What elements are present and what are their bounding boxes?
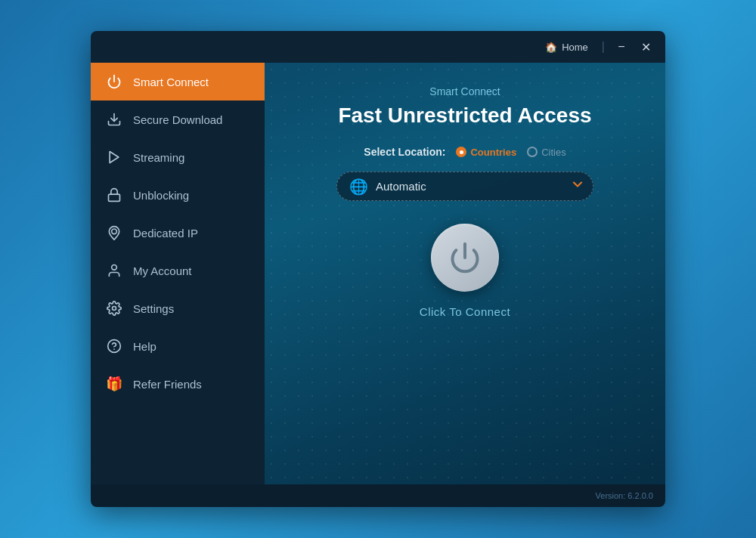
sidebar-item-unblocking[interactable]: Unblocking xyxy=(91,176,265,214)
help-icon xyxy=(106,338,122,354)
version-label: Version: 6.2.0.0 xyxy=(596,491,653,500)
play-icon xyxy=(106,149,122,165)
app-window: 🏠 Home | − ✕ Smart Connect xyxy=(91,31,665,507)
footer-bar: Version: 6.2.0.0 xyxy=(91,484,665,507)
sidebar-label-my-account: My Account xyxy=(133,264,192,277)
cities-label: Cities xyxy=(541,147,566,158)
sidebar-label-secure-download: Secure Download xyxy=(133,113,222,126)
power-icon xyxy=(106,73,122,90)
close-button[interactable]: ✕ xyxy=(635,36,656,57)
content-subtitle: Smart Connect xyxy=(429,85,500,97)
power-button[interactable] xyxy=(431,224,499,292)
title-bar: 🏠 Home | − ✕ xyxy=(91,31,665,63)
location-label: Select Location: xyxy=(364,146,445,158)
home-label: Home xyxy=(562,42,588,53)
sidebar-label-dedicated-ip: Dedicated IP xyxy=(133,227,198,240)
sidebar-label-settings: Settings xyxy=(133,302,174,315)
svg-point-4 xyxy=(112,229,117,234)
countries-radio-dot xyxy=(456,147,466,157)
sidebar-item-dedicated-ip[interactable]: Dedicated IP xyxy=(91,214,265,252)
sidebar-label-streaming: Streaming xyxy=(133,151,184,164)
ip-icon xyxy=(106,224,122,241)
sidebar-label-unblocking: Unblocking xyxy=(133,189,189,202)
power-icon-svg xyxy=(448,241,482,274)
location-selector-row: Select Location: Countries Cities xyxy=(364,146,565,158)
svg-point-5 xyxy=(112,265,117,271)
home-button[interactable]: 🏠 Home xyxy=(538,39,596,56)
sidebar-item-refer-friends[interactable]: 🎁 Refer Friends xyxy=(91,365,265,403)
sidebar-item-smart-connect[interactable]: Smart Connect xyxy=(91,63,265,100)
main-area: Smart Connect Secure Download xyxy=(91,63,665,484)
countries-label: Countries xyxy=(470,147,516,158)
svg-point-6 xyxy=(113,307,116,311)
sidebar: Smart Connect Secure Download xyxy=(91,63,265,484)
sidebar-item-help[interactable]: Help xyxy=(91,327,265,365)
minimize-button[interactable]: − xyxy=(611,36,632,57)
cities-radio[interactable]: Cities xyxy=(527,147,566,158)
location-dropdown[interactable]: 🌐 Automatic xyxy=(336,172,593,201)
dropdown-value: Automatic xyxy=(376,180,562,193)
content-area: Smart Connect Fast Unrestricted Access S… xyxy=(265,63,665,484)
connect-section: Click To Connect xyxy=(420,224,510,318)
sidebar-item-secure-download[interactable]: Secure Download xyxy=(91,100,265,138)
svg-rect-3 xyxy=(109,194,120,201)
globe-icon: 🌐 xyxy=(349,178,368,196)
sidebar-label-help: Help xyxy=(133,340,156,353)
gear-icon xyxy=(106,300,122,317)
sidebar-label-smart-connect: Smart Connect xyxy=(133,76,209,88)
user-icon xyxy=(106,262,122,279)
title-bar-controls: 🏠 Home | − ✕ xyxy=(538,36,656,57)
svg-marker-2 xyxy=(110,152,119,163)
chevron-down-icon xyxy=(570,177,585,196)
download-icon xyxy=(106,111,122,128)
gift-icon: 🎁 xyxy=(106,376,122,392)
sidebar-item-my-account[interactable]: My Account xyxy=(91,252,265,289)
sidebar-item-settings[interactable]: Settings xyxy=(91,289,265,327)
countries-radio[interactable]: Countries xyxy=(456,147,516,158)
separator: | xyxy=(602,40,605,54)
sidebar-label-refer-friends: Refer Friends xyxy=(133,378,202,391)
content-title: Fast Unrestricted Access xyxy=(338,104,591,128)
sidebar-spacer xyxy=(91,403,265,484)
home-icon: 🏠 xyxy=(545,42,557,53)
sidebar-item-streaming[interactable]: Streaming xyxy=(91,138,265,176)
connect-label: Click To Connect xyxy=(420,305,510,318)
lock-icon xyxy=(106,187,122,203)
cities-radio-dot xyxy=(527,147,538,157)
